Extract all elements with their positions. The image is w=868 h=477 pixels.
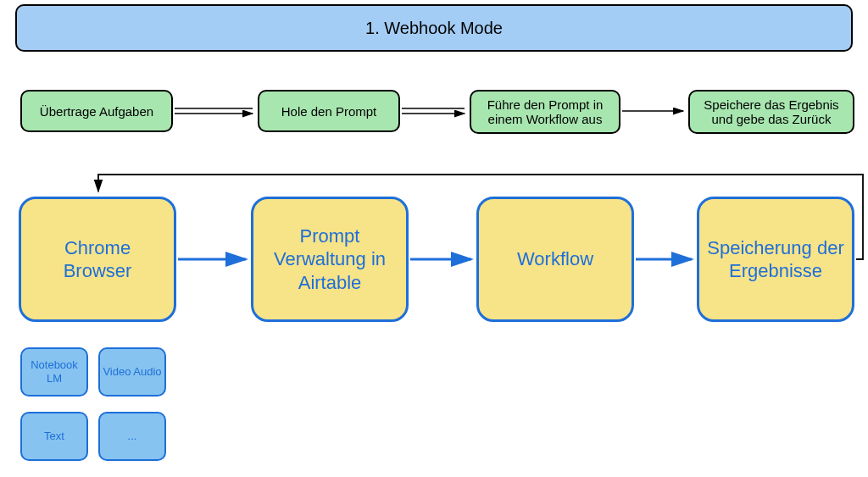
tool-2-label: Video Audio xyxy=(103,365,161,379)
component-3-box: Workflow xyxy=(476,197,634,322)
step-4-box: Speichere das Ergebnis und gebe das Zurü… xyxy=(688,90,854,134)
header-title-box: 1. Webhook Mode xyxy=(15,4,853,52)
step-4-label: Speichere das Ergebnis und gebe das Zurü… xyxy=(698,97,844,126)
component-1-label: Chrome Browser xyxy=(28,236,167,283)
tool-1-box: Notebook LM xyxy=(20,347,88,397)
tool-1-label: Notebook LM xyxy=(22,358,86,385)
tool-3-box: Text xyxy=(20,412,88,461)
step-3-label: Führe den Prompt in einem Workflow aus xyxy=(480,97,610,126)
tool-3-label: Text xyxy=(44,430,64,443)
component-1-box: Chrome Browser xyxy=(19,197,176,322)
step-3-box: Führe den Prompt in einem Workflow aus xyxy=(470,90,620,134)
component-3-label: Workflow xyxy=(517,247,593,271)
step-2-label: Hole den Prompt xyxy=(281,104,377,119)
step-1-box: Übertrage Aufgaben xyxy=(20,90,173,132)
tool-4-label: ... xyxy=(128,430,137,443)
tool-4-box: ... xyxy=(98,412,166,461)
tool-2-box: Video Audio xyxy=(98,347,166,397)
component-4-box: Speicherung der Ergebnisse xyxy=(697,197,854,322)
step-2-box: Hole den Prompt xyxy=(258,90,400,132)
component-4-label: Speicherung der Ergebnisse xyxy=(706,236,845,283)
component-2-box: Prompt Verwaltung in Airtable xyxy=(251,197,409,322)
header-title: 1. Webhook Mode xyxy=(365,19,503,38)
step-1-label: Übertrage Aufgaben xyxy=(40,104,153,119)
component-2-label: Prompt Verwaltung in Airtable xyxy=(260,225,399,295)
